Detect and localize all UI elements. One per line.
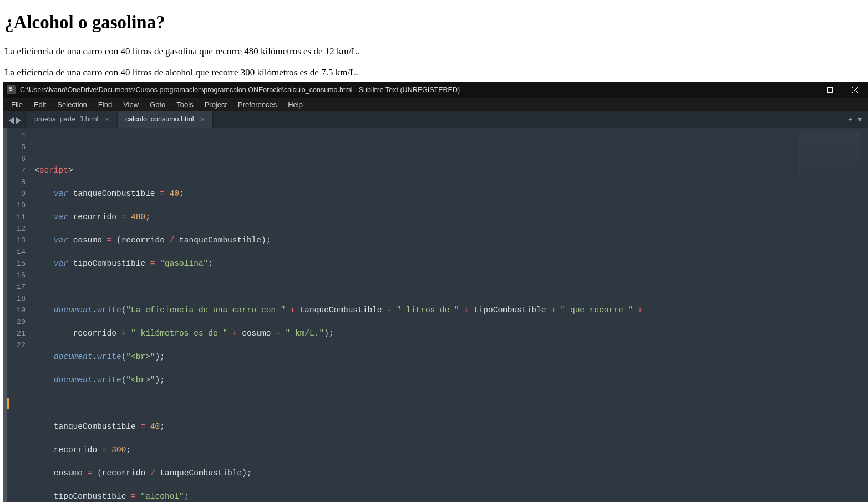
tab-close-icon[interactable]: ×	[201, 116, 205, 123]
code-line: var recorrido = 480;	[34, 211, 868, 223]
line-number: 12	[7, 223, 26, 235]
line-number: 6	[7, 153, 26, 165]
menu-goto[interactable]: Goto	[144, 98, 171, 111]
tab-calculo-consumo[interactable]: calculo_consumo.html ×	[118, 111, 213, 128]
code-line: tipoCombustible = "alcohol";	[34, 491, 868, 502]
line-number: 8	[7, 176, 26, 188]
line-number: 15	[7, 258, 26, 270]
menu-edit[interactable]: Edit	[28, 98, 52, 111]
browser-output: ¿Alcohol o gasolina? La eficiencia de un…	[0, 0, 868, 78]
close-button[interactable]	[842, 82, 868, 98]
code-line: var cosumo = (recorrido / tanqueCombusti…	[34, 235, 868, 246]
new-tab-icon[interactable]: +	[848, 115, 852, 124]
line-number: 4	[7, 130, 26, 141]
code-line: var tipoCombustible = "gasolina";	[34, 258, 868, 270]
tab-history-nav: ◀ ▶	[3, 111, 27, 128]
output-line-1: La eficiencia de una carro con 40 litros…	[4, 46, 864, 57]
tab-dropdown-icon[interactable]: ▼	[856, 115, 864, 124]
tab-bar-controls: + ▼	[848, 111, 864, 128]
line-number: 10	[7, 200, 26, 211]
menu-file[interactable]: File	[6, 98, 28, 111]
line-number: 5	[7, 141, 26, 153]
output-line-2: La eficiencia de una carro con 40 litros…	[4, 67, 864, 78]
menu-help[interactable]: Help	[282, 98, 308, 111]
menu-preferences[interactable]: Preferences	[232, 98, 282, 111]
editor-area[interactable]: 4 5 6 7 8 9 10 11 12 13 14 15 16 17 18 1…	[3, 128, 868, 502]
code-line	[34, 281, 868, 293]
sublime-app-icon	[7, 85, 16, 94]
code-line: recorrido = 300;	[34, 444, 868, 456]
menu-find[interactable]: Find	[93, 98, 118, 111]
code-line: var tanqueCombustible = 40;	[34, 188, 868, 200]
menu-project[interactable]: Project	[199, 98, 232, 111]
code-line: <script>	[34, 165, 868, 176]
page-heading: ¿Alcohol o gasolina?	[4, 12, 864, 33]
titlebar[interactable]: C:\Users\ivano\OneDrive\Documents\Cursos…	[3, 82, 868, 98]
line-number: 16	[7, 270, 26, 281]
code-line	[34, 141, 868, 153]
minimize-button[interactable]	[791, 82, 817, 98]
tab-bar: ◀ ▶ prueba_parte_3.html × calculo_consum…	[3, 111, 868, 128]
tab-nav-back-icon[interactable]: ◀	[9, 114, 14, 125]
code-line: tanqueCombustible = 40;	[34, 421, 868, 433]
line-number: 19	[7, 305, 26, 316]
line-number: 9	[7, 188, 26, 200]
code-line: document.write("La eficiencia de una car…	[34, 305, 868, 316]
cursor-indicator	[7, 398, 9, 409]
code-line: document.write("<br>");	[34, 374, 868, 386]
line-number: 14	[7, 246, 26, 258]
line-number: 21	[7, 328, 26, 339]
menu-view[interactable]: View	[118, 98, 144, 111]
line-number: 11	[7, 211, 26, 223]
tab-nav-forward-icon[interactable]: ▶	[16, 114, 21, 125]
svg-rect-1	[828, 88, 833, 93]
line-number: 17	[7, 281, 26, 293]
line-number: 20	[7, 316, 26, 328]
code-line: document.write("<br>");	[34, 351, 868, 363]
window-title: C:\Users\ivano\OneDrive\Documents\Cursos…	[20, 86, 791, 94]
tab-label: prueba_parte_3.html	[34, 115, 98, 123]
line-number: 7	[7, 165, 26, 176]
menu-selection[interactable]: Selection	[52, 98, 92, 111]
line-number: 13	[7, 235, 26, 246]
line-number: 18	[7, 293, 26, 305]
minimap[interactable]	[799, 131, 860, 175]
tab-prueba-parte-3[interactable]: prueba_parte_3.html ×	[27, 111, 118, 128]
code-line: cosumo = (recorrido / tanqueCombustible)…	[34, 468, 868, 479]
maximize-button[interactable]	[817, 82, 842, 98]
code-line	[34, 398, 868, 409]
menu-bar: File Edit Selection Find View Goto Tools…	[3, 98, 868, 111]
window-controls	[791, 82, 868, 98]
line-number: 22	[7, 339, 26, 351]
tab-close-icon[interactable]: ×	[105, 116, 109, 123]
code-line: recorrido + " kilómetros es de " + cosum…	[34, 328, 868, 339]
line-number-gutter[interactable]: 4 5 6 7 8 9 10 11 12 13 14 15 16 17 18 1…	[7, 128, 31, 502]
tab-label: calculo_consumo.html	[125, 115, 194, 123]
svg-rect-0	[801, 90, 807, 90]
sublime-text-window: C:\Users\ivano\OneDrive\Documents\Cursos…	[3, 82, 868, 502]
code-body[interactable]: <script> var tanqueCombustible = 40; var…	[31, 128, 868, 502]
menu-tools[interactable]: Tools	[171, 98, 199, 111]
